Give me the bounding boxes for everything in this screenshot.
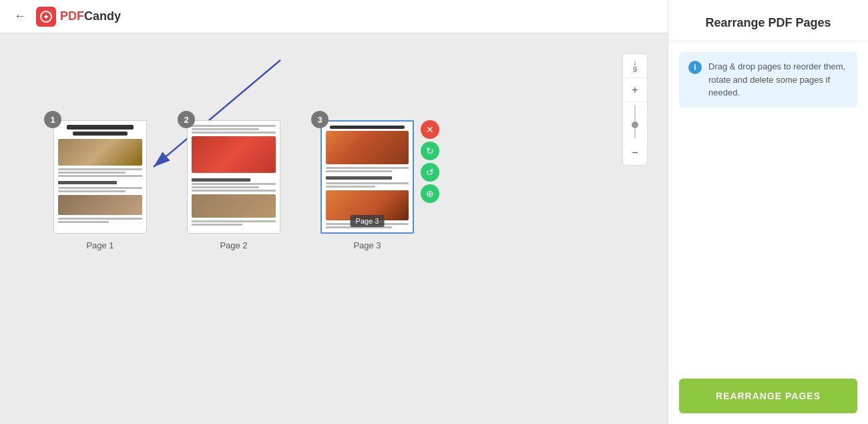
rearrange-pages-button[interactable]: REARRANGE PAGES: [679, 379, 857, 413]
page-badge-2: 2: [178, 111, 195, 128]
pages-container: 1: [53, 120, 414, 250]
sidebar: Rearrange PDF Pages i Drag & drop pages …: [668, 0, 868, 424]
page-badge-1: 1: [44, 111, 61, 128]
page-badge-3: 3: [311, 111, 329, 128]
info-text: Drag & drop pages to reorder them, rotat…: [708, 60, 848, 99]
sidebar-info-box: i Drag & drop pages to reorder them, rot…: [679, 52, 857, 108]
logo-text: PDFCandy: [60, 9, 121, 23]
page-label-1: Page 1: [86, 240, 114, 250]
zoom-slider[interactable]: [634, 102, 636, 141]
zoom-page-icon: ⊕: [426, 188, 434, 199]
sidebar-header: Rearrange PDF Pages: [668, 0, 868, 41]
sort-icon: ↓9: [633, 59, 637, 73]
logo: PDFCandy: [36, 7, 121, 27]
logo-icon: [36, 7, 56, 27]
page-item-2[interactable]: 2: [187, 120, 280, 250]
page-tooltip-3: Page 3: [351, 215, 385, 227]
sidebar-spacer: [668, 118, 868, 369]
main-area: ← PDFCandy ↓9 +: [0, 0, 668, 424]
page-label-2: Page 2: [220, 240, 247, 250]
header: ← PDFCandy: [0, 0, 668, 33]
delete-icon: ✕: [426, 124, 434, 135]
back-button[interactable]: ←: [11, 7, 29, 26]
page-label-3: Page 3: [353, 240, 381, 250]
logo-candy: Candy: [84, 9, 121, 23]
delete-page-button[interactable]: ✕: [421, 120, 439, 139]
logo-pdf: PDF: [60, 9, 84, 23]
zoom-page-button[interactable]: ⊕: [421, 184, 439, 203]
rotate-cw-button[interactable]: ↻: [421, 142, 439, 160]
rotate-ccw-icon: ↺: [426, 167, 434, 178]
canvas: ↓9 + − 1: [0, 33, 668, 424]
page-actions-3: ✕ ↻ ↺ ⊕: [421, 120, 439, 203]
sidebar-title: Rearrange PDF Pages: [682, 16, 855, 30]
info-icon: i: [688, 61, 702, 74]
rotate-ccw-button[interactable]: ↺: [421, 163, 439, 182]
rotate-cw-icon: ↻: [426, 146, 434, 156]
page-item-1[interactable]: 1: [53, 120, 147, 250]
sort-button[interactable]: ↓9: [623, 54, 647, 78]
page-thumbnail-2[interactable]: [187, 120, 280, 234]
zoom-in-button[interactable]: +: [623, 78, 647, 102]
page-item-3[interactable]: 3: [320, 120, 414, 250]
zoom-out-button[interactable]: −: [623, 141, 647, 165]
zoom-controls: ↓9 + −: [622, 53, 648, 166]
page-thumbnail-3[interactable]: Page 3: [320, 120, 414, 234]
page-thumbnail-1[interactable]: [53, 120, 147, 234]
